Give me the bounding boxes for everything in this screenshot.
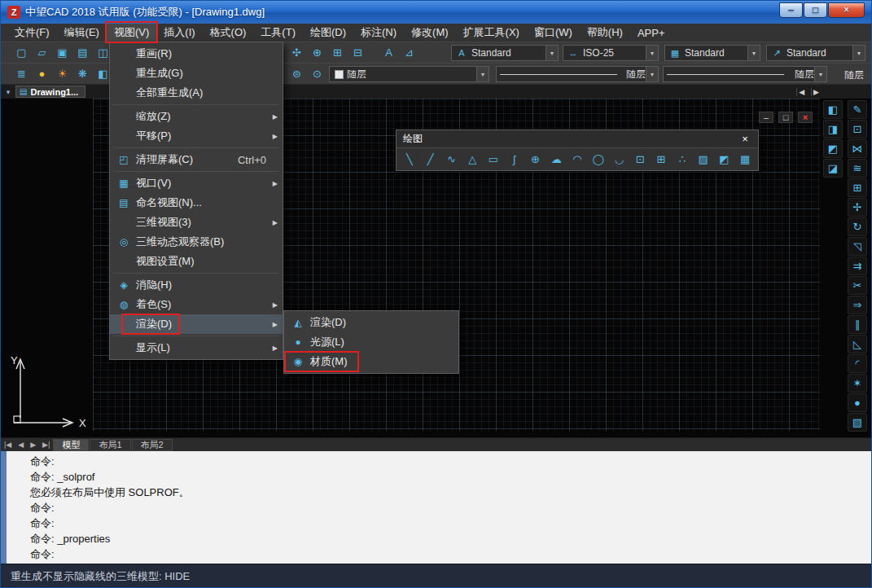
menubar-item-express[interactable]: 扩展工具(X) [456, 24, 527, 42]
extend-icon[interactable]: ⇒ [848, 296, 867, 314]
layer-isolate-icon[interactable]: ⊙ [308, 65, 326, 82]
gradient-icon[interactable]: ◩ [714, 151, 734, 169]
tab-prev-icon[interactable]: ◀ [15, 441, 27, 449]
close-icon[interactable]: × [738, 133, 751, 145]
text-style-combo[interactable]: A Standard ▼ [451, 45, 559, 61]
document-tab[interactable]: ▤ Drawing1... [15, 86, 85, 98]
maximize-button[interactable]: □ [804, 2, 827, 18]
array-icon[interactable]: ⊞ [848, 178, 867, 197]
zoom-realtime-icon[interactable]: ⊕ [308, 44, 326, 61]
dim-style-manager-icon[interactable]: ⊿ [400, 44, 418, 61]
pan-icon[interactable]: ✣ [287, 44, 306, 61]
render-submenu-item-render[interactable]: ◭渲染(D) [284, 313, 458, 332]
stretch-icon[interactable]: ⇉ [848, 257, 867, 275]
menubar-item-insert[interactable]: 插入(I) [156, 24, 202, 42]
view-menu-item-named-views[interactable]: ▤命名视图(N)... [110, 193, 283, 213]
chevron-down-icon[interactable]: ▼ [646, 67, 658, 81]
rotate-icon[interactable]: ↻ [848, 217, 867, 236]
mleader-style-combo[interactable]: ↗ Standard ▼ [766, 45, 865, 61]
view-menu-item-clean-screen[interactable]: ◰清理屏幕(C)Ctrl+0 [110, 150, 283, 169]
chevron-down-icon[interactable]: ▼ [747, 46, 760, 60]
layer-states-icon[interactable]: ⊜ [287, 65, 306, 82]
menubar-item-file[interactable]: 文件(F) [7, 24, 57, 42]
chevron-down-icon[interactable]: ▼ [646, 46, 658, 60]
ellipse-arc-icon[interactable]: ◡ [610, 151, 629, 169]
arc-icon[interactable]: ◠ [567, 151, 587, 169]
layer-freeze-icon[interactable]: ❋ [73, 65, 92, 82]
view-menu-item-3d-orbit[interactable]: ◎三维动态观察器(B) [110, 232, 283, 252]
tab-scroll-left-icon[interactable]: ◀ [796, 88, 806, 96]
rectangle-icon[interactable]: ▭ [484, 151, 503, 169]
view-menu-item-redraw[interactable]: 重画(R) [110, 44, 283, 64]
layer-on-icon[interactable]: ● [33, 65, 51, 82]
layer-properties-icon[interactable]: ≣ [12, 65, 31, 82]
draworder-back-icon[interactable]: ◨ [823, 120, 843, 138]
copy-icon[interactable]: ⊡ [848, 120, 867, 138]
color-control-combo[interactable]: 随层 ▼ [329, 66, 489, 82]
doc-close-button[interactable]: × [798, 112, 813, 123]
text-style-manager-icon[interactable]: A [379, 44, 398, 61]
tab-first-icon[interactable]: |◀ [1, 441, 15, 449]
draw-palette[interactable]: 绘图 × ╲ ╱ ∿ △ ▭ ʃ ⊕ ☁ ◠ ◯ ◡ ⊡ ⊞ ∴ ▨ ◩ ▦ [396, 129, 759, 171]
make-block-icon[interactable]: ⊞ [651, 151, 671, 169]
hatch-icon[interactable]: ▨ [694, 151, 713, 169]
save-icon[interactable]: ▣ [53, 44, 72, 61]
layer-sun-icon[interactable]: ☀ [53, 65, 72, 82]
line-icon[interactable]: ╲ [400, 151, 419, 169]
menubar-item-draw[interactable]: 绘图(D) [303, 24, 353, 42]
command-window[interactable]: 命令: 命令: _solprof 您必须在布局中使用 SOLPROF。 命令: … [1, 451, 871, 564]
draworder-below-icon[interactable]: ◪ [823, 159, 843, 178]
open-file-icon[interactable]: ▱ [33, 44, 51, 61]
draworder-front-icon[interactable]: ◧ [823, 100, 843, 119]
menubar-item-format[interactable]: 格式(O) [203, 24, 254, 42]
render-sphere-icon[interactable]: ● [848, 393, 867, 412]
table-style-combo[interactable]: ▦ Standard ▼ [664, 45, 760, 61]
command-window-grip[interactable] [1, 451, 7, 564]
view-menu-item-regen[interactable]: 重生成(G) [110, 64, 283, 83]
tab-model[interactable]: 模型 [53, 439, 89, 451]
new-file-icon[interactable]: ▢ [12, 44, 31, 61]
tab-layout2[interactable]: 布局2 [132, 439, 173, 451]
doc-list-arrow-icon[interactable]: ▾ [1, 88, 15, 96]
explode-icon[interactable]: ✶ [848, 374, 867, 393]
zoom-previous-icon[interactable]: ⊟ [348, 44, 367, 61]
view-menu-item-display[interactable]: 显示(L)▶ [110, 338, 283, 358]
menubar-item-modify[interactable]: 修改(M) [404, 24, 456, 42]
view-menu-item-regen-all[interactable]: 全部重生成(A) [110, 83, 283, 103]
chevron-down-icon[interactable]: ▼ [546, 46, 558, 60]
chevron-down-icon[interactable]: ▼ [814, 67, 826, 81]
menubar-item-app-plus[interactable]: APP+ [630, 25, 673, 41]
view-menu-item-3d-views[interactable]: 三维视图(3)▶ [110, 213, 283, 232]
hatch-edit-icon[interactable]: ▧ [848, 413, 867, 432]
close-button[interactable]: × [828, 2, 865, 18]
offset-icon[interactable]: ≋ [848, 159, 867, 178]
mirror-icon[interactable]: ⋈ [848, 139, 867, 158]
menubar-item-dimension[interactable]: 标注(N) [353, 24, 404, 42]
revcloud-icon[interactable]: ☁ [546, 151, 566, 169]
doc-restore-button[interactable]: □ [778, 112, 793, 123]
menubar-item-edit[interactable]: 编辑(E) [57, 24, 107, 42]
view-menu-item-pan[interactable]: 平移(P)▶ [110, 126, 283, 146]
fillet-icon[interactable]: ◜ [848, 354, 867, 373]
menubar-item-view[interactable]: 视图(V) [107, 24, 156, 42]
spline-icon[interactable]: ʃ [505, 151, 524, 169]
linetype-combo[interactable]: ————————————— 随层 ▼ [496, 66, 659, 82]
point-icon[interactable]: ∴ [673, 151, 692, 169]
move-icon[interactable]: ✢ [848, 198, 867, 217]
view-menu-item-shade[interactable]: ◍着色(S)▶ [110, 295, 283, 314]
zoom-window-icon[interactable]: ⊞ [328, 44, 347, 61]
draw-palette-titlebar[interactable]: 绘图 × [397, 130, 758, 148]
view-menu-item-render[interactable]: 渲染(D)▶ [110, 314, 283, 334]
lineweight-combo[interactable]: ————————————— 随层 ▼ [663, 66, 827, 82]
tab-layout1[interactable]: 布局1 [90, 439, 130, 451]
polyline-icon[interactable]: ∿ [442, 151, 462, 169]
minimize-button[interactable]: – [779, 2, 803, 18]
table-icon[interactable]: ▦ [735, 151, 755, 169]
render-submenu-item-material[interactable]: ◉材质(M) [284, 352, 458, 371]
erase-icon[interactable]: ✎ [848, 100, 867, 119]
view-menu-item-hide[interactable]: ◈消隐(H) [110, 275, 283, 295]
view-menu-item-view-settings[interactable]: 视图设置(M) [110, 252, 283, 271]
circle-icon[interactable]: ⊕ [526, 151, 546, 169]
print-icon[interactable]: ▤ [73, 44, 92, 61]
scale-icon[interactable]: ◹ [848, 237, 867, 256]
